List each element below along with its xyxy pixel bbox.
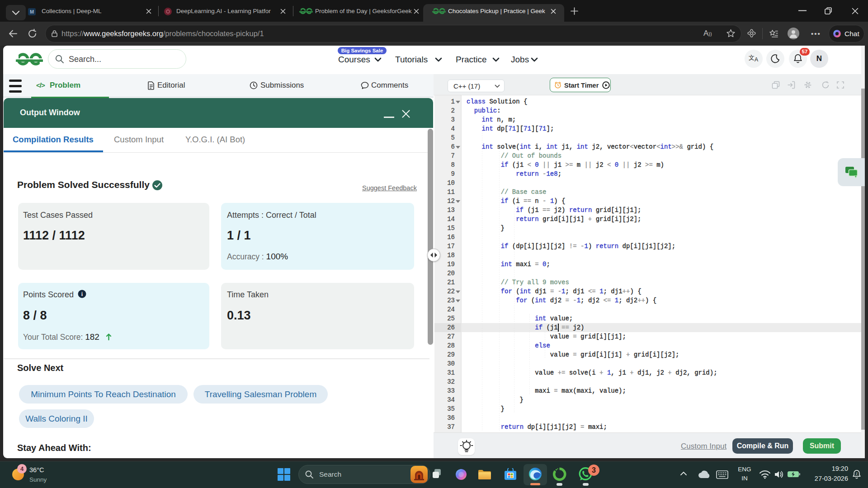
svg-text:z: z — [856, 472, 858, 476]
